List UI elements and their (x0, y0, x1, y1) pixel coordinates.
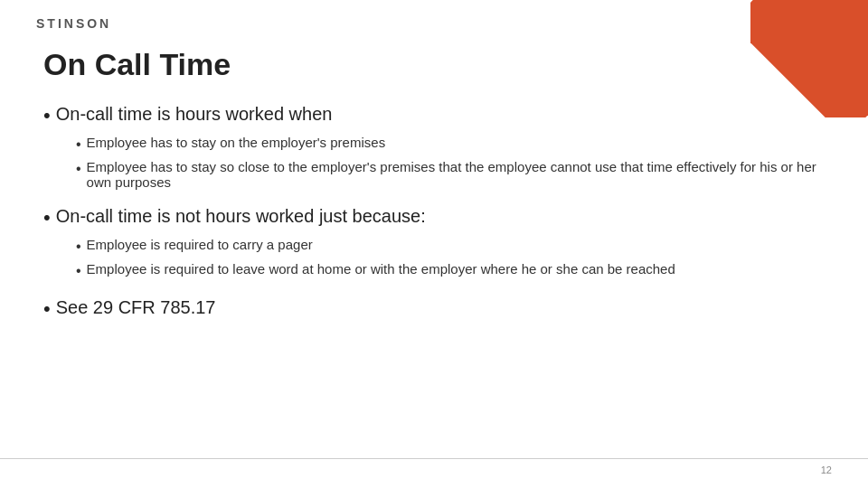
page-number: 12 (821, 465, 832, 475)
bullet-2-sub-1-text: Employee is required to carry a pager (87, 237, 313, 252)
bullet-1-sub-2-text: Employee has to stay so close to the emp… (87, 159, 825, 190)
corner-decoration (750, 0, 868, 117)
slide-title: On Call Time (43, 47, 825, 82)
bullet-1-text: On-call time is hours worked when (56, 104, 333, 125)
bullet-2-sub-1-dot: • (76, 237, 81, 257)
bullet-2-sub-1: • Employee is required to carry a pager (76, 237, 825, 257)
bullet-1-sub-2-dot: • (76, 159, 81, 179)
section-2: • On-call time is not hours worked just … (43, 206, 825, 281)
bullet-1-dot: • (43, 104, 51, 127)
section-1: • On-call time is hours worked when • Em… (43, 104, 825, 190)
logo: STINSON (36, 16, 111, 31)
bullet-3-main: • See 29 CFR 785.17 (43, 297, 825, 321)
header: STINSON (0, 0, 868, 31)
bottom-divider (0, 458, 868, 459)
bullet-2-sub-2-dot: • (76, 261, 81, 281)
section-3: • See 29 CFR 785.17 (43, 297, 825, 321)
bullet-3-dot: • (43, 297, 51, 321)
bullet-1-sub-2: • Employee has to stay so close to the e… (76, 159, 825, 190)
bullet-1-sub-1: • Employee has to stay on the employer's… (76, 135, 825, 155)
slide-content: On Call Time • On-call time is hours wor… (0, 31, 868, 355)
bullet-2-main: • On-call time is not hours worked just … (43, 206, 825, 230)
bullet-3-text: See 29 CFR 785.17 (56, 297, 216, 318)
bullet-2-sub-2: • Employee is required to leave word at … (76, 261, 825, 281)
bullet-1-sub-1-dot: • (76, 135, 81, 155)
bullet-2-text: On-call time is not hours worked just be… (56, 206, 426, 227)
bullet-2-sub-2-text: Employee is required to leave word at ho… (87, 261, 675, 277)
bullet-2-dot: • (43, 206, 51, 230)
bullet-1-main: • On-call time is hours worked when (43, 104, 825, 127)
bullet-1-sub-1-text: Employee has to stay on the employer's p… (87, 135, 386, 150)
